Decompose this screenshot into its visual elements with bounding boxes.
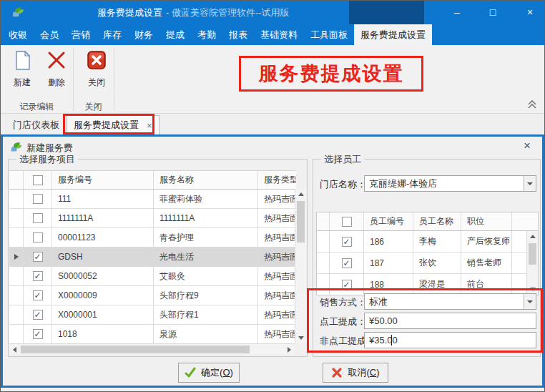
row-checkbox-cell[interactable]: ✓ [24, 248, 52, 266]
service-name-cell[interactable]: 光电生活 [154, 248, 258, 266]
service-type-cell[interactable]: 热玛吉面 [258, 228, 296, 247]
minimize-button[interactable]: – [444, 1, 470, 24]
row-checkbox[interactable]: ✓ [33, 310, 43, 320]
row-checkbox-cell[interactable] [24, 228, 52, 247]
point-commission-input[interactable]: ¥50.00 [364, 313, 536, 329]
service-type-cell[interactable]: 热玛吉面 [258, 305, 296, 324]
employee-name-cell[interactable]: 张饮 [413, 253, 461, 273]
service-row[interactable]: ✓1018泉源热玛吉面 [9, 325, 296, 343]
menu-item-8[interactable]: 基础资料 [254, 24, 304, 45]
service-row[interactable]: 111菲蜜莉体验热玛吉面 [9, 190, 296, 209]
col-service-code[interactable]: 服务编号 [52, 171, 154, 189]
service-vertical-scrollbar[interactable] [295, 189, 306, 343]
row-checkbox-cell[interactable]: ✓ [24, 267, 52, 285]
scrollbar-thumb[interactable] [297, 201, 305, 242]
collapse-ribbon-chevron-icon[interactable] [526, 98, 539, 109]
row-checkbox[interactable]: ✓ [33, 271, 43, 281]
new-button[interactable]: 新建 [6, 49, 38, 89]
service-type-cell[interactable]: 热玛吉面 [258, 325, 296, 343]
row-checkbox[interactable]: ✓ [342, 258, 352, 268]
employee-id-cell[interactable]: 188 [364, 274, 413, 295]
service-table-header[interactable]: 服务编号 服务名称 服务类型 [9, 171, 296, 190]
tab-close-icon[interactable]: × [147, 120, 152, 131]
service-type-cell[interactable]: 热玛吉面 [258, 248, 296, 266]
row-checkbox-cell[interactable]: ✓ [24, 305, 52, 324]
col-employee-name[interactable]: 员工名称 [413, 212, 461, 230]
service-row[interactable]: 1111111A1111111A热玛吉面 [9, 209, 296, 228]
service-code-cell[interactable]: GDSH [52, 248, 154, 266]
employee-position-cell[interactable]: 产后恢复师 [461, 231, 512, 252]
service-code-cell[interactable]: 1018 [52, 325, 154, 343]
chevron-down-icon[interactable] [524, 294, 536, 309]
select-all-checkbox[interactable] [33, 175, 43, 185]
col-employee-id[interactable]: 员工编号 [364, 212, 413, 230]
service-code-cell[interactable]: S0000052 [52, 267, 154, 285]
tab-service-fee-settings[interactable]: 服务费提成设置 × [67, 115, 159, 134]
service-row[interactable]: ✓S0000052艾眼灸热玛吉面 [9, 267, 296, 286]
col-service-type[interactable]: 服务类型 [258, 171, 296, 189]
menu-item-4[interactable]: 财务 [128, 24, 159, 45]
maximize-button[interactable]: □ [480, 1, 506, 24]
sale-mode-combobox[interactable]: 标准 [364, 293, 536, 310]
row-checkbox[interactable] [33, 213, 43, 223]
service-name-cell[interactable]: 头部疗程1 [154, 305, 258, 324]
service-name-cell[interactable]: 艾眼灸 [154, 267, 258, 285]
employee-id-cell[interactable]: 186 [364, 231, 413, 252]
menu-item-2[interactable]: 营销 [65, 24, 97, 45]
ok-button[interactable]: 确定(O) [178, 363, 240, 383]
service-name-cell[interactable]: 青春护理 [154, 228, 258, 247]
employee-row[interactable]: ✓186李梅产后恢复师 [317, 231, 538, 253]
employee-name-cell[interactable]: 李梅 [413, 231, 461, 252]
ribbon-close-button[interactable]: 关闭 [81, 49, 112, 89]
row-checkbox[interactable]: ✓ [33, 329, 43, 339]
scroll-up-icon[interactable] [295, 189, 306, 200]
row-checkbox-cell[interactable]: ✓ [330, 231, 364, 252]
service-row[interactable]: ✓X0000001头部疗程1热玛吉面 [9, 305, 296, 325]
dialog-close-button[interactable]: × [519, 139, 535, 153]
window-close-button[interactable]: × [517, 1, 543, 24]
menu-item-3[interactable]: 库存 [97, 24, 128, 45]
employee-row[interactable]: ✓187张饮销售老师 [317, 253, 538, 274]
row-checkbox[interactable]: ✓ [33, 290, 43, 300]
select-all-services-cell[interactable] [24, 171, 52, 189]
service-horizontal-scrollbar[interactable] [9, 343, 295, 354]
menu-item-0[interactable]: 收银 [2, 24, 34, 45]
employee-name-cell[interactable]: 梁淂是 [413, 274, 461, 295]
employee-position-cell[interactable]: 前台 [461, 274, 512, 295]
row-checkbox[interactable]: ✓ [342, 280, 352, 290]
service-type-cell[interactable]: 热玛吉面 [258, 267, 296, 285]
row-checkbox-cell[interactable]: ✓ [330, 253, 364, 273]
select-all-checkbox[interactable] [342, 217, 352, 227]
service-code-cell[interactable]: 111 [52, 190, 154, 208]
service-type-cell[interactable]: 热玛吉面 [258, 190, 296, 208]
service-name-cell[interactable]: 1111111A [154, 209, 258, 227]
cancel-button[interactable]: 取消(C) [323, 363, 388, 383]
row-checkbox-cell[interactable] [24, 190, 52, 208]
menu-item-9[interactable]: 工具面板 [304, 24, 354, 45]
menu-item-5[interactable]: 提成 [159, 24, 191, 45]
service-row[interactable]: ✓X0000009头部疗程9热玛吉面 [9, 286, 296, 305]
menu-item-6[interactable]: 考勤 [191, 24, 222, 45]
service-code-cell[interactable]: 00001123 [52, 228, 154, 247]
employee-table-header[interactable]: 员工编号 员工名称 职位 [317, 212, 538, 231]
row-checkbox-cell[interactable]: ✓ [330, 274, 364, 295]
row-checkbox-cell[interactable] [24, 209, 52, 227]
delete-button[interactable]: 删除 [41, 49, 72, 89]
scroll-left-icon[interactable] [9, 344, 20, 355]
service-code-cell[interactable]: X0000009 [52, 286, 154, 305]
employee-id-cell[interactable]: 187 [364, 253, 413, 273]
row-checkbox[interactable] [33, 232, 43, 242]
store-name-combobox[interactable]: 克丽缇娜-体验店 [364, 175, 536, 192]
col-position[interactable]: 职位 [461, 212, 512, 230]
chevron-down-icon[interactable] [524, 176, 536, 191]
row-checkbox[interactable]: ✓ [33, 252, 43, 262]
row-checkbox-cell[interactable]: ✓ [24, 325, 52, 343]
service-type-cell[interactable]: 热玛吉面 [258, 209, 296, 227]
menu-item-1[interactable]: 会员 [34, 24, 65, 45]
row-checkbox[interactable]: ✓ [342, 237, 352, 247]
scrollbar-thumb[interactable] [529, 243, 536, 265]
row-checkbox[interactable] [33, 194, 43, 204]
service-name-cell[interactable]: 头部疗程9 [154, 286, 258, 305]
menu-item-10[interactable]: 服务费提成设置 [354, 24, 432, 45]
scroll-down-icon[interactable] [295, 333, 306, 343]
